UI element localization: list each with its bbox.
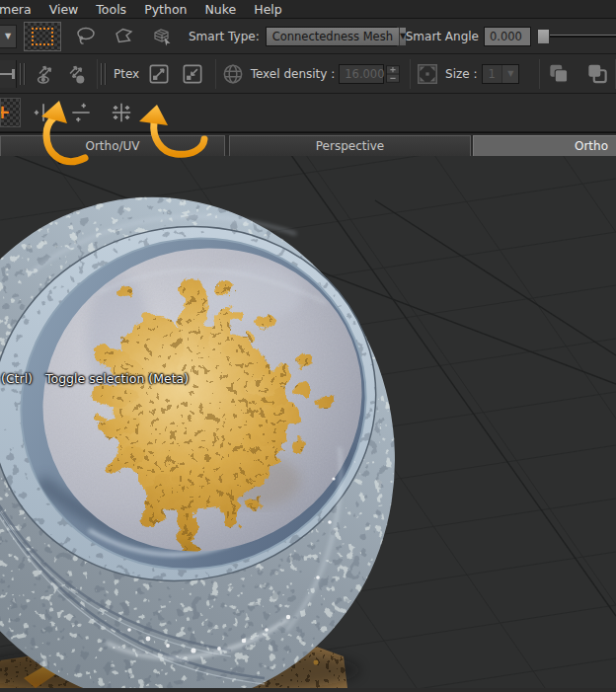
split-horizontal-icon bbox=[68, 100, 94, 125]
lasso-icon bbox=[74, 25, 98, 48]
ptex-label: Ptex bbox=[114, 67, 139, 81]
smart-type-dropdown[interactable]: Connectedness Mesh ▼ bbox=[266, 27, 397, 46]
tool-dropdown-stub[interactable]: ▼ bbox=[0, 25, 17, 48]
duplicate-hollow-icon bbox=[584, 61, 610, 87]
uv-transform-icon bbox=[415, 61, 440, 87]
ptex-decrease-icon bbox=[180, 61, 205, 87]
split-horizontal-button[interactable] bbox=[66, 98, 96, 127]
object-select-button[interactable] bbox=[144, 22, 180, 51]
ptex-toolbar: Ptex Texel density : 16.000 bbox=[0, 54, 616, 94]
duplicate-icon bbox=[546, 61, 572, 87]
tab-ortho-uv[interactable]: Ortho/UV bbox=[0, 135, 225, 156]
smart-angle-slider[interactable] bbox=[537, 29, 616, 44]
arrows-ball-icon bbox=[63, 61, 89, 87]
menu-camera[interactable]: mera bbox=[0, 0, 40, 19]
viewport-3d-scene[interactable] bbox=[0, 155, 616, 688]
menu-tools[interactable]: Tools bbox=[87, 0, 135, 19]
separator bbox=[410, 59, 411, 89]
menu-nuke[interactable]: Nuke bbox=[195, 0, 245, 19]
size-value: 1 bbox=[483, 65, 502, 83]
duplicate-hollow-button[interactable] bbox=[583, 59, 611, 89]
dropdown-arrow-icon: ▼ bbox=[5, 32, 11, 40]
pan-slider-stub[interactable] bbox=[0, 60, 17, 88]
slider-track bbox=[550, 35, 616, 38]
split-grid-icon bbox=[109, 100, 134, 125]
smart-angle-field[interactable]: 0.000 bbox=[484, 27, 531, 46]
duplicate-button[interactable] bbox=[545, 59, 573, 89]
toolbar-drag-handle[interactable] bbox=[20, 63, 26, 85]
sync-object-button[interactable] bbox=[61, 59, 91, 89]
viewport-ortho[interactable]: (Ctrl)Toggle selection (Meta) bbox=[0, 155, 616, 688]
tab-perspective[interactable]: Perspective bbox=[229, 135, 471, 156]
texel-density-label: Texel density : bbox=[251, 67, 336, 81]
toolbar-drag-handle[interactable] bbox=[101, 63, 107, 85]
split-vertical-button[interactable] bbox=[29, 98, 58, 127]
view-tabs-bar: Ortho/UV Perspective Ortho bbox=[0, 132, 616, 155]
texel-density-spinner[interactable] bbox=[386, 64, 400, 84]
viewport-hint: (Ctrl)Toggle selection (Meta) bbox=[1, 371, 189, 386]
sync-view-button[interactable] bbox=[31, 59, 60, 89]
slider-nub bbox=[12, 69, 15, 79]
menu-python[interactable]: Python bbox=[135, 0, 195, 19]
application-window: mera View Tools Python Nuke Help ▼ bbox=[0, 0, 616, 692]
menu-view[interactable]: View bbox=[40, 0, 88, 19]
add-view-plus-icon: + bbox=[0, 100, 11, 123]
smart-type-value: Connectedness Mesh bbox=[267, 28, 399, 45]
separator bbox=[539, 59, 540, 89]
slider-handle[interactable] bbox=[537, 29, 550, 44]
ptex-increase-icon bbox=[146, 61, 172, 87]
split-grid-button[interactable] bbox=[107, 98, 136, 127]
marquee-select-icon bbox=[32, 28, 53, 45]
world-space-button[interactable] bbox=[220, 59, 246, 89]
smart-angle-label: Smart Angle bbox=[406, 30, 479, 43]
marquee-select-button[interactable] bbox=[24, 22, 61, 51]
menubar: mera View Tools Python Nuke Help bbox=[0, 0, 616, 19]
polygon-lasso-icon bbox=[112, 25, 135, 48]
size-label: Size : bbox=[445, 67, 478, 81]
view-split-toolbar: + bbox=[0, 94, 616, 132]
uv-transform-button[interactable] bbox=[414, 59, 441, 89]
globe-icon bbox=[220, 61, 246, 87]
arrows-eye-icon bbox=[33, 61, 58, 87]
ptex-decrease-resolution-button[interactable] bbox=[180, 59, 205, 89]
separator bbox=[97, 59, 98, 89]
lasso-select-button[interactable] bbox=[68, 22, 104, 51]
split-vertical-icon bbox=[31, 100, 56, 125]
dropdown-arrow-icon: ▼ bbox=[501, 65, 518, 83]
hint-text: Toggle selection (Meta) bbox=[45, 371, 189, 386]
smart-type-label: Smart Type: bbox=[189, 30, 260, 43]
selection-toolbar: ▼ Smart Type: Connectedness bbox=[0, 19, 616, 54]
cube-cursor-icon bbox=[150, 25, 174, 48]
polygon-lasso-select-button[interactable] bbox=[106, 22, 141, 51]
texel-density-field[interactable]: 16.000 bbox=[339, 64, 384, 84]
tab-ortho[interactable]: Ortho bbox=[473, 135, 616, 156]
ptex-increase-resolution-button[interactable] bbox=[146, 59, 172, 89]
menu-help[interactable]: Help bbox=[245, 0, 291, 19]
size-dropdown[interactable]: 1 ▼ bbox=[482, 64, 520, 84]
add-view-button[interactable]: + bbox=[0, 98, 21, 127]
hint-modifier: (Ctrl) bbox=[1, 371, 33, 386]
separator bbox=[215, 59, 216, 89]
